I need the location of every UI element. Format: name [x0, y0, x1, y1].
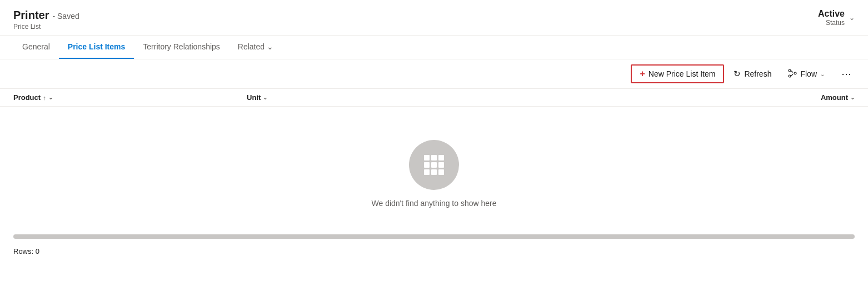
horizontal-scrollbar[interactable]: [13, 234, 855, 239]
status-value: Active: [818, 9, 845, 19]
grid-icon: [421, 152, 447, 178]
record-name: Printer: [13, 9, 49, 22]
product-sort-asc-icon: ↑: [43, 94, 46, 101]
amount-col-label: Amount: [821, 93, 848, 102]
refresh-icon: ↻: [734, 69, 741, 79]
column-header-unit[interactable]: Unit ⌄: [247, 93, 766, 102]
new-item-label: New Price List Item: [648, 69, 716, 78]
page-header: Printer - Saved Price List Active Status…: [0, 0, 868, 36]
rows-count: Rows: 0: [13, 247, 39, 255]
svg-point-0: [789, 69, 791, 72]
refresh-label: Refresh: [744, 69, 771, 78]
tab-related-label: Related: [238, 42, 265, 51]
unit-col-inner[interactable]: Unit ⌄: [247, 93, 766, 102]
empty-state: We didn't find anything to show here: [0, 107, 868, 230]
entity-label: Price List: [13, 23, 79, 31]
tab-related[interactable]: Related ⌄: [229, 36, 282, 59]
unit-col-label: Unit: [247, 93, 261, 102]
status-chevron-icon: ⌄: [849, 14, 855, 22]
table-footer: Rows: 0: [0, 243, 868, 259]
svg-rect-8: [424, 162, 430, 168]
new-price-list-item-button[interactable]: + New Price List Item: [631, 64, 724, 83]
tab-territory-relationships[interactable]: Territory Relationships: [134, 36, 229, 59]
empty-icon-circle: [409, 140, 459, 190]
amount-col-chevron-icon: ⌄: [850, 94, 855, 101]
toolbar: + New Price List Item ↻ Refresh Flow ⌄ ⋯: [0, 59, 868, 89]
svg-line-4: [791, 74, 793, 76]
status-sublabel: Status: [818, 19, 845, 27]
svg-point-1: [794, 72, 796, 74]
status-control[interactable]: Active Status ⌄: [818, 9, 855, 27]
table-header: Product ↑ ⌄ Unit ⌄ Amount ⌄: [0, 89, 868, 107]
svg-rect-9: [431, 162, 437, 168]
empty-state-message: We didn't find anything to show here: [372, 199, 497, 208]
plus-icon: +: [640, 69, 645, 79]
flow-icon: [788, 69, 797, 79]
column-header-amount[interactable]: Amount ⌄: [766, 93, 855, 102]
svg-rect-13: [438, 169, 444, 175]
svg-rect-10: [438, 162, 444, 168]
svg-rect-6: [431, 155, 437, 160]
flow-label: Flow: [800, 69, 817, 78]
flow-chevron-icon: ⌄: [820, 71, 825, 77]
flow-button[interactable]: Flow ⌄: [781, 65, 832, 83]
tab-price-list-items[interactable]: Price List Items: [59, 36, 134, 59]
svg-rect-12: [431, 169, 437, 175]
svg-rect-7: [438, 155, 444, 160]
product-col-chevron-icon: ⌄: [48, 94, 53, 101]
tab-related-chevron-icon: ⌄: [267, 42, 273, 51]
tab-general[interactable]: General: [13, 36, 59, 59]
tab-bar: General Price List Items Territory Relat…: [0, 36, 868, 59]
product-col-inner[interactable]: Product ↑ ⌄: [13, 93, 247, 102]
unit-col-chevron-icon: ⌄: [263, 94, 267, 101]
more-options-icon: ⋯: [841, 68, 852, 80]
refresh-button[interactable]: ↻ Refresh: [726, 65, 779, 83]
saved-indicator: - Saved: [52, 12, 79, 21]
status-block: Active Status: [818, 9, 845, 27]
svg-line-3: [791, 71, 793, 73]
header-left: Printer - Saved Price List: [13, 9, 79, 31]
column-header-product[interactable]: Product ↑ ⌄: [13, 93, 247, 102]
svg-rect-11: [424, 169, 430, 175]
amount-col-inner[interactable]: Amount ⌄: [766, 93, 855, 102]
header-title-row: Printer - Saved: [13, 9, 79, 22]
product-col-label: Product: [13, 93, 41, 102]
svg-point-2: [789, 75, 791, 77]
scrollbar-row: [0, 234, 868, 239]
more-options-button[interactable]: ⋯: [834, 64, 859, 84]
svg-rect-5: [424, 155, 430, 160]
